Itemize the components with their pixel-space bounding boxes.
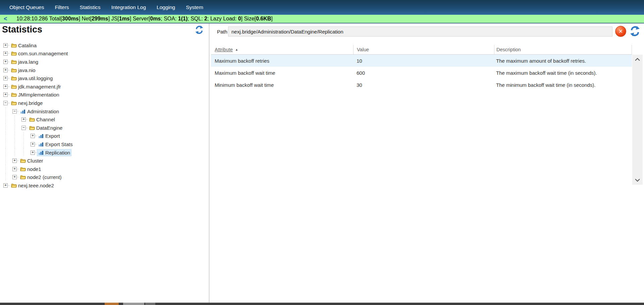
tree-item-cluster[interactable]: +Cluster (0, 157, 209, 165)
expand-toggle[interactable]: + (3, 68, 8, 72)
tree-item-label: Channel (36, 117, 55, 122)
tree-node-content[interactable]: java.util.logging (10, 75, 54, 82)
expand-toggle[interactable]: + (3, 76, 8, 80)
path-input[interactable] (228, 26, 612, 37)
tree-node-content[interactable]: node2 (current) (19, 174, 63, 181)
cell-attribute: Maximum backoff retries (211, 58, 353, 64)
tree-guide (9, 115, 18, 124)
tree-item-jmimplementation[interactable]: +JMImplementation (0, 91, 209, 99)
detail-panel: Path ✕ Attribute ▲ Value Description (209, 23, 644, 303)
scroll-down-button[interactable] (632, 177, 643, 183)
column-header-attribute[interactable]: Attribute ▲ (211, 45, 353, 54)
tree-item-label: java.lang (18, 59, 38, 65)
menu-item-filters[interactable]: Filters (49, 4, 74, 10)
tree-item-dataengine[interactable]: −DataEngine (0, 124, 209, 132)
tree-item-channel[interactable]: +Channel (0, 115, 209, 124)
expand-toggle[interactable]: + (12, 167, 17, 171)
tree-node-content[interactable]: DataEngine (28, 124, 64, 131)
status-segment: 0.6KB (256, 16, 271, 21)
tree-node-content[interactable]: Export Stats (37, 141, 74, 148)
tree-item-replication[interactable]: +Replication (0, 148, 209, 157)
expand-toggle[interactable]: + (31, 150, 35, 155)
tree-node-content[interactable]: nexj.bridge (10, 100, 44, 107)
menu-item-statistics[interactable]: Statistics (74, 4, 106, 10)
tree-item-com-sun-management[interactable]: +com.sun.management (0, 50, 209, 58)
expand-toggle[interactable]: + (12, 175, 17, 179)
column-label: Value (357, 47, 369, 52)
chevron-down-icon (635, 179, 640, 182)
back-arrow[interactable]: < (4, 15, 11, 22)
tree-item-node2-current[interactable]: +node2 (current) (0, 173, 209, 182)
tree-item-node1[interactable]: +node1 (0, 165, 209, 173)
tree-item-export-stats[interactable]: +Export Stats (0, 140, 209, 148)
expand-toggle[interactable]: + (3, 84, 8, 89)
expand-toggle[interactable]: + (12, 159, 17, 163)
expand-toggle[interactable]: + (3, 183, 8, 188)
refresh-path-button[interactable] (629, 25, 641, 37)
tree-node-content[interactable]: Channel (28, 116, 56, 123)
tree-node-content[interactable]: node1 (19, 166, 43, 173)
status-segment: 299ms (92, 16, 108, 21)
tree-item-nexj-bridge[interactable]: −nexj.bridge (0, 99, 209, 107)
collapse-toggle[interactable]: − (21, 126, 26, 130)
table-row[interactable]: Minimum backoff wait time30The minimum b… (211, 79, 632, 91)
collapse-toggle[interactable]: − (12, 109, 17, 114)
attribute-table: Maximum backoff retries10The maximum amo… (211, 55, 632, 91)
status-segment: ; SOA: (161, 16, 178, 21)
table-row[interactable]: Maximum backoff retries10The maximum amo… (211, 55, 632, 67)
tree-guide (9, 148, 18, 157)
tree-item-label: nexj.teee.node2 (18, 183, 54, 188)
tree-node-content[interactable]: com.sun.management (10, 50, 69, 57)
tree-item-label: jdk.management.jfr (18, 84, 61, 89)
tree-node-content[interactable]: java.lang (10, 58, 40, 65)
tree-item-java-lang[interactable]: +java.lang (0, 58, 209, 66)
tree-node-content[interactable]: Administration (19, 108, 60, 115)
tree-item-jdk-management-jfr[interactable]: +jdk.management.jfr (0, 82, 209, 91)
tree-node-content[interactable]: Export (37, 132, 61, 139)
status-segment: 0 (238, 16, 241, 21)
table-row[interactable]: Maximum backoff wait time600The maximum … (211, 67, 632, 79)
column-header-value[interactable]: Value (353, 45, 494, 54)
tree-guide (0, 132, 9, 140)
refresh-tree-button[interactable] (195, 25, 204, 35)
cell-description: The maximum backoff wait time (in second… (494, 70, 632, 76)
status-bar: < 10:28:10.286 Total[300ms] Net[299ms] J… (0, 15, 644, 23)
tree-node-content[interactable]: java.nio (10, 67, 37, 74)
tree-guide (0, 148, 9, 157)
tree-item-catalina[interactable]: +Catalina (0, 41, 209, 50)
tree-item-java-nio[interactable]: +java.nio (0, 66, 209, 74)
collapse-toggle[interactable]: − (3, 101, 8, 105)
tree-guide (0, 173, 9, 182)
close-button[interactable]: ✕ (615, 26, 626, 37)
tree-node-content[interactable]: JMImplementation (10, 91, 61, 98)
tree-item-nexj-teee-node2[interactable]: +nexj.teee.node2 (0, 181, 209, 190)
tree-guide (0, 140, 9, 148)
expand-toggle[interactable]: + (3, 51, 8, 56)
expand-toggle[interactable]: + (31, 134, 35, 138)
tree-item-administration[interactable]: −Administration (0, 107, 209, 116)
tree-node-content[interactable]: nexj.teee.node2 (10, 182, 55, 189)
menu-item-integration-log[interactable]: Integration Log (106, 4, 151, 10)
expand-toggle[interactable]: + (31, 142, 35, 146)
tree-node-content[interactable]: Cluster (19, 157, 45, 164)
bar-chart-icon (38, 142, 44, 147)
column-header-description[interactable]: Description (494, 45, 632, 54)
menu-item-logging[interactable]: Logging (151, 4, 180, 10)
tree-node-content[interactable]: Catalina (10, 42, 38, 49)
expand-toggle[interactable]: + (3, 93, 8, 97)
scroll-up-button[interactable] (632, 57, 643, 62)
menu-item-system[interactable]: System (180, 4, 209, 10)
tree-guide (18, 132, 27, 140)
folder-icon (29, 125, 35, 130)
tree-node-content[interactable]: jdk.management.jfr (10, 83, 62, 90)
close-icon: ✕ (619, 28, 623, 35)
tree-guide (18, 140, 27, 148)
menu-item-object-queues[interactable]: Object Queues (4, 4, 49, 10)
tree-node-content[interactable]: Replication (37, 149, 71, 156)
expand-toggle[interactable]: + (3, 60, 8, 64)
tree-item-export[interactable]: +Export (0, 132, 209, 140)
tree-item-java-util-logging[interactable]: +java.util.logging (0, 74, 209, 82)
expand-toggle[interactable]: + (3, 43, 8, 48)
table-scrollbar[interactable] (632, 55, 643, 185)
expand-toggle[interactable]: + (21, 117, 26, 122)
